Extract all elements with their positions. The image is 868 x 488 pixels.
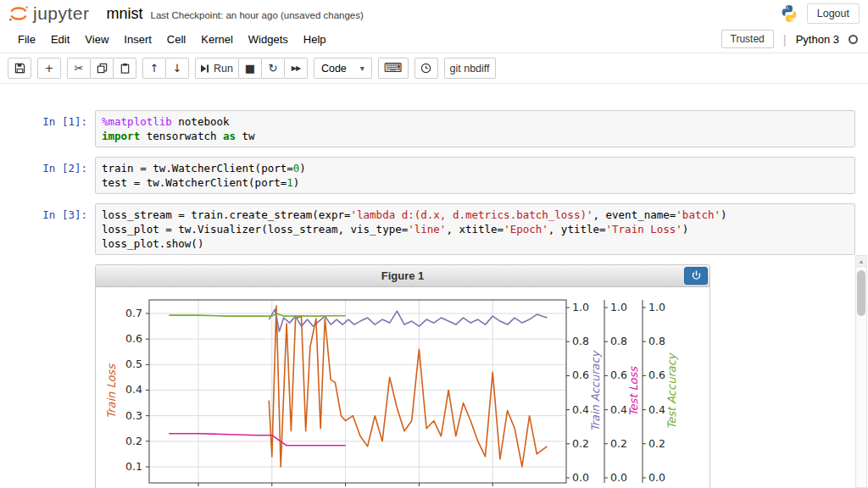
menubar: FileEditViewInsertCellKernelWidgetsHelp … (0, 25, 868, 53)
code-token: notebook (172, 115, 230, 128)
notebook: In [1]:%matplotlib notebookimport tensor… (0, 84, 868, 488)
svg-text:1.0: 1.0 (610, 301, 627, 313)
figure-canvas[interactable]: 0.51.01.52.02.50.10.20.30.40.50.60.7Trai… (96, 287, 709, 488)
code-token: ) (721, 208, 727, 221)
figure-plot: 0.51.01.52.02.50.10.20.30.40.50.60.7Trai… (96, 287, 709, 488)
left-axis-label: Train Loss (105, 363, 118, 419)
scissors-icon: ✂ (75, 63, 84, 74)
notebook-title[interactable]: mnist (107, 5, 143, 23)
series-lines (169, 306, 547, 467)
code-cell: In [3]:loss_stream = train.create_stream… (0, 203, 868, 255)
menubar-right: Trusted | Python 3 (721, 30, 858, 48)
logout-button[interactable]: Logout (807, 3, 860, 24)
scrollbar-thumb[interactable] (857, 270, 865, 316)
run-button-label: Run (214, 63, 233, 75)
menu-cell[interactable]: Cell (159, 27, 193, 52)
scroll-up-icon[interactable]: ▲ (856, 256, 866, 267)
code-token: 'line' (408, 223, 446, 236)
right-axis-1: 0.00.20.40.60.81.0Train Accuracy (566, 301, 602, 484)
code-token: ) (299, 162, 306, 175)
run-button[interactable]: Run (195, 58, 239, 79)
git-nbdiff-button[interactable]: git nbdiff (444, 58, 496, 79)
paste-icon (120, 63, 131, 74)
floppy-icon (14, 63, 25, 74)
insert-cell-button[interactable]: + (37, 58, 61, 79)
menu-kernel[interactable]: Kernel (193, 27, 241, 52)
cell-timing-button[interactable] (415, 58, 438, 79)
menu-view[interactable]: View (77, 27, 116, 52)
restart-kernel-button[interactable]: ↻ (261, 58, 285, 79)
svg-text:0.8: 0.8 (572, 335, 589, 347)
menu-help[interactable]: Help (296, 27, 334, 52)
svg-text:1.0: 1.0 (648, 301, 665, 313)
code-input[interactable]: loss_stream = train.create_stream(expr='… (95, 203, 855, 255)
header: jupyter mnist Last Checkpoint: an hour a… (0, 0, 868, 25)
svg-text:0.6: 0.6 (125, 332, 142, 345)
svg-text:0.6: 0.6 (572, 369, 589, 381)
python-logo-icon (780, 4, 798, 23)
jupyter-logo-text: jupyter (33, 3, 90, 24)
arrow-up-icon: ↑ (150, 63, 159, 74)
code-token: 'batch' (676, 208, 721, 221)
code-token: train = tw.WatcherClient(port= (102, 162, 293, 175)
right-axis-label-3: Test Accuracy (665, 352, 678, 429)
svg-text:0.2: 0.2 (572, 437, 589, 450)
power-icon (691, 270, 702, 281)
cut-cell-button[interactable]: ✂ (67, 58, 91, 79)
code-input[interactable]: %matplotlib notebookimport tensorwatch a… (95, 110, 855, 147)
code-token: 'Epoch' (504, 223, 548, 236)
toolbar: + ✂ ↑ ↓ Run ■ ↻ ▶▶ Code ▾ ⌨ git nbdiff (0, 53, 868, 84)
checkpoint-text: Last Checkpoint: an hour ago (151, 10, 278, 20)
move-cell-down-button[interactable]: ↓ (165, 58, 189, 79)
jupyter-logo[interactable]: jupyter (8, 3, 90, 24)
checkpoint-status: Last Checkpoint: an hour ago (unsaved ch… (151, 7, 364, 20)
plot-frame (149, 300, 643, 483)
right-axis-label-2: Test Loss (627, 366, 640, 416)
figure-close-button[interactable] (684, 267, 708, 285)
trusted-badge[interactable]: Trusted (721, 30, 774, 48)
clock-icon (420, 63, 431, 74)
fast-forward-icon: ▶▶ (292, 65, 300, 72)
input-prompt: In [1]: (0, 110, 95, 147)
kernel-separator: | (783, 32, 787, 47)
menu-edit[interactable]: Edit (43, 27, 77, 52)
interrupt-kernel-button[interactable]: ■ (238, 58, 262, 79)
code-token: loss_plot = tw.Visualizer(loss_stream, v… (102, 223, 408, 236)
output-scrollbar[interactable]: ▲ (855, 255, 867, 488)
code-cell: In [2]:train = tw.WatcherClient(port=0)t… (0, 157, 868, 194)
menu-insert[interactable]: Insert (116, 27, 159, 52)
unsaved-changes-text: (unsaved changes) (281, 10, 364, 20)
stop-icon: ■ (245, 63, 255, 74)
save-button[interactable] (8, 58, 31, 79)
code-token: , event_name= (593, 208, 676, 221)
code-token: , ytitle= (548, 223, 606, 236)
left-axis: 0.10.20.30.40.50.60.7Train Loss (105, 307, 149, 473)
paste-cell-button[interactable] (113, 58, 136, 79)
kernel-name: Python 3 (796, 33, 839, 46)
svg-text:0.0: 0.0 (610, 471, 627, 484)
code-token: 1 (287, 176, 293, 189)
code-token: ) (682, 223, 689, 236)
svg-text:0.4: 0.4 (648, 403, 665, 416)
cell-type-dropdown[interactable]: Code ▾ (314, 58, 372, 79)
menu-file[interactable]: File (10, 27, 43, 52)
svg-text:0.3: 0.3 (125, 409, 142, 422)
code-input[interactable]: train = tw.WatcherClient(port=0)test = t… (95, 157, 855, 194)
git-nbdiff-label: git nbdiff (450, 63, 490, 75)
restart-icon: ↻ (268, 63, 277, 74)
move-cell-up-button[interactable]: ↑ (142, 58, 166, 79)
copy-cell-button[interactable] (90, 58, 114, 79)
code-token: tensorwatch (140, 130, 223, 142)
menu-widgets[interactable]: Widgets (241, 27, 296, 52)
header-right: Logout (780, 3, 860, 24)
svg-text:0.8: 0.8 (648, 335, 665, 347)
command-palette-button[interactable]: ⌨ (378, 58, 409, 79)
series-test-loss (169, 434, 345, 446)
code-token: test = tw.WatcherClient(port= (102, 176, 287, 189)
svg-text:0.2: 0.2 (610, 437, 627, 450)
restart-run-all-button[interactable]: ▶▶ (284, 58, 308, 79)
code-token: loss_plot.show() (102, 237, 203, 250)
code-token: loss_stream = train.create_stream(expr= (102, 208, 351, 221)
code-token: as (223, 130, 236, 142)
menubar-items: FileEditViewInsertCellKernelWidgetsHelp (10, 27, 334, 52)
